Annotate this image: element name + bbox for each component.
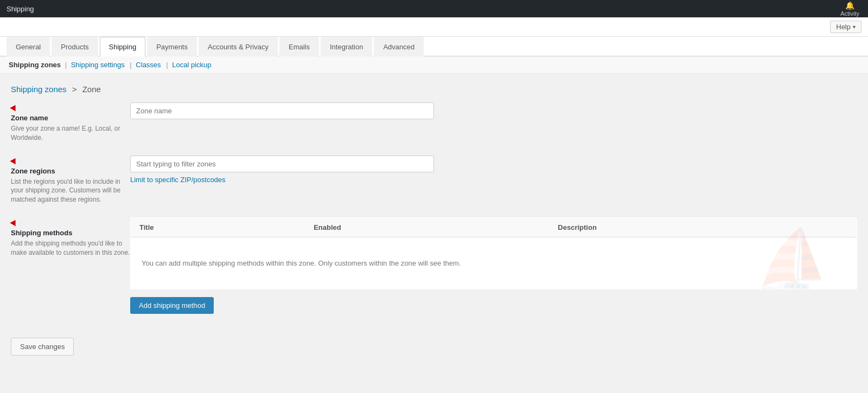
breadcrumb: Shipping zones > Zone: [11, 85, 857, 94]
zone-name-label: Zone name: [11, 114, 130, 122]
subnav-sep3: |: [166, 61, 168, 69]
shipping-methods-table: Title Enabled Description You can add mu…: [130, 217, 857, 289]
zone-regions-label: Zone regions: [11, 167, 130, 175]
shipping-methods-row: Shipping methods Add the shipping method…: [11, 217, 857, 314]
zone-regions-arrow-indicator: [10, 156, 18, 164]
main-content: Shipping zones > Zone Zone name Give you…: [0, 74, 868, 366]
subnav-shipping-settings[interactable]: Shipping settings: [71, 61, 125, 69]
subnav-classes[interactable]: Classes: [136, 61, 161, 69]
subnav-sep2: |: [130, 61, 131, 69]
tab-accounts[interactable]: Accounts & Privacy: [199, 37, 278, 56]
activity-button[interactable]: 🔔 Activity: [838, 1, 861, 17]
sub-nav: Shipping zones | Shipping settings | Cla…: [0, 56, 868, 74]
col-description: Description: [549, 217, 857, 237]
subnav-local-pickup[interactable]: Local pickup: [172, 61, 211, 69]
zone-name-field-col: [130, 102, 857, 143]
tab-integration[interactable]: Integration: [321, 37, 372, 56]
table-empty-message: You can add multiple shipping methods wi…: [131, 237, 857, 289]
table-header: Title Enabled Description: [131, 217, 857, 237]
zone-name-row: Zone name Give your zone a name! E.g. Lo…: [11, 102, 857, 143]
shipping-methods-label-col: Shipping methods Add the shipping method…: [11, 217, 130, 314]
activity-icon: 🔔: [845, 1, 854, 10]
tabs: General Products Shipping Payments Accou…: [7, 37, 861, 56]
zone-regions-description: List the regions you'd like to include i…: [11, 177, 130, 204]
tabs-container: General Products Shipping Payments Accou…: [0, 37, 868, 56]
top-bar: Shipping 🔔 Activity: [0, 0, 868, 17]
subnav-sep1: |: [65, 61, 67, 69]
shipping-methods-label: Shipping methods: [11, 229, 130, 237]
breadcrumb-parent[interactable]: Shipping zones: [11, 85, 67, 94]
tab-payments[interactable]: Payments: [147, 37, 197, 56]
top-bar-right: 🔔 Activity: [838, 1, 861, 17]
breadcrumb-separator: >: [72, 85, 77, 94]
table-empty-row: You can add multiple shipping methods wi…: [131, 237, 857, 289]
shipping-methods-field-col: Title Enabled Description You can add mu…: [130, 217, 857, 314]
page-title: Shipping: [7, 5, 34, 13]
tab-shipping[interactable]: Shipping: [100, 37, 146, 56]
zone-name-description: Give your zone a name! E.g. Local, or Wo…: [11, 124, 130, 143]
shipping-methods-arrow-indicator: [10, 218, 18, 227]
tab-general[interactable]: General: [7, 37, 50, 56]
zone-name-input[interactable]: [130, 102, 434, 119]
subnav-shipping-zones: Shipping zones: [9, 61, 61, 69]
chevron-down-icon: ▾: [853, 24, 856, 30]
save-changes-button[interactable]: Save changes: [11, 338, 74, 356]
tab-products[interactable]: Products: [52, 37, 98, 56]
tab-emails[interactable]: Emails: [279, 37, 319, 56]
zone-regions-label-col: Zone regions List the regions you'd like…: [11, 156, 130, 204]
help-dropdown-button[interactable]: Help ▾: [830, 21, 861, 33]
help-label: Help: [836, 23, 851, 31]
zone-regions-field-col: Limit to specific ZIP/postcodes: [130, 156, 857, 204]
col-enabled: Enabled: [305, 217, 549, 237]
zone-regions-input[interactable]: [130, 156, 434, 172]
tab-advanced[interactable]: Advanced: [374, 37, 424, 56]
zip-postcodes-link[interactable]: Limit to specific ZIP/postcodes: [130, 176, 226, 184]
zone-regions-row: Zone regions List the regions you'd like…: [11, 156, 857, 204]
breadcrumb-current: Zone: [82, 85, 101, 94]
shipping-methods-description: Add the shipping methods you'd like to m…: [11, 239, 130, 257]
help-bar: Help ▾: [0, 17, 868, 37]
add-shipping-method-button[interactable]: Add shipping method: [130, 297, 214, 314]
activity-label: Activity: [840, 10, 859, 17]
zone-name-label-col: Zone name Give your zone a name! E.g. Lo…: [11, 102, 130, 143]
zone-name-arrow-indicator: [10, 104, 18, 112]
col-title: Title: [131, 217, 305, 237]
